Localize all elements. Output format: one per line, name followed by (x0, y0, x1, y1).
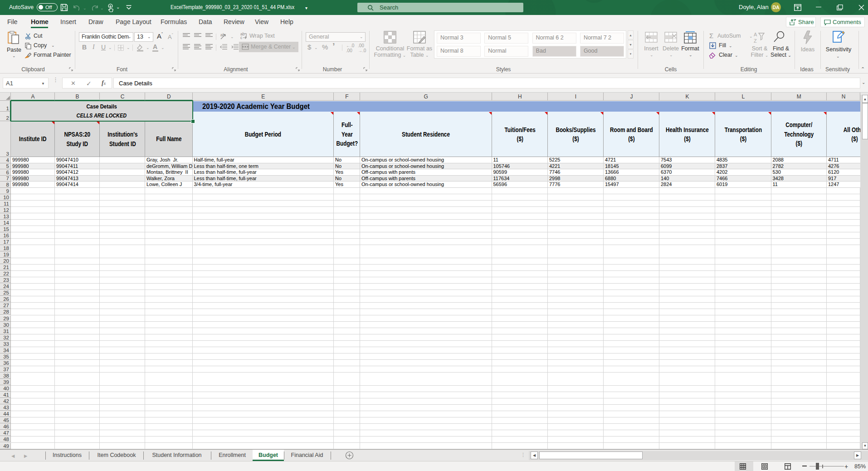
svg-text:Z: Z (754, 38, 757, 44)
svg-text:ab: ab (220, 33, 225, 37)
svg-text:A: A (754, 32, 757, 37)
